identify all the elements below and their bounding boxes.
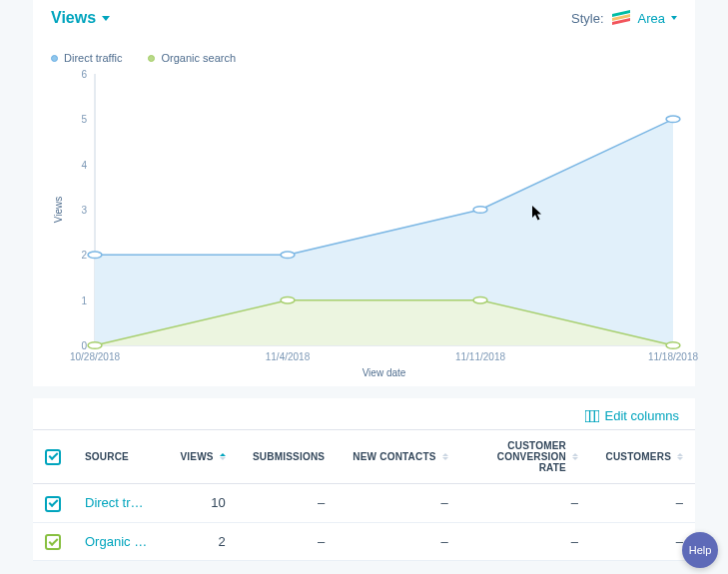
metric-dropdown[interactable]: Views xyxy=(51,9,110,27)
x-axis-tick: 11/4/2018 xyxy=(266,351,311,362)
sources-table: Source Views Submissions New Contacts Cu… xyxy=(33,429,695,561)
cell-ccr: – xyxy=(460,522,590,561)
y-axis-tick: 2 xyxy=(81,250,87,261)
svg-point-8 xyxy=(473,296,487,303)
y-axis-tick: 0 xyxy=(81,340,87,351)
metric-dropdown-label: Views xyxy=(51,9,96,27)
legend-item-direct[interactable]: Direct traffic xyxy=(51,52,122,64)
sort-icon xyxy=(572,453,578,460)
select-all-header[interactable] xyxy=(33,430,73,484)
x-axis-tick: 10/28/2018 xyxy=(70,351,120,362)
chart-style-dropdown[interactable]: Area xyxy=(638,11,677,26)
y-axis-tick: 4 xyxy=(81,159,87,170)
chevron-down-icon xyxy=(102,16,110,21)
svg-point-4 xyxy=(473,207,487,214)
cell-views: 10 xyxy=(166,484,238,523)
columns-icon xyxy=(585,410,599,422)
column-header-views[interactable]: Views xyxy=(166,430,238,484)
cell-views: 2 xyxy=(166,522,238,561)
row-checkbox[interactable] xyxy=(45,534,61,550)
y-axis-tick: 3 xyxy=(81,205,87,216)
legend-marker-icon xyxy=(51,55,58,62)
style-prefix-label: Style: xyxy=(571,11,604,26)
cell-new-contacts: – xyxy=(337,484,459,523)
chart-plot: View date 012345610/28/201811/4/201811/1… xyxy=(95,74,673,345)
legend-marker-icon xyxy=(148,55,155,62)
svg-point-9 xyxy=(666,342,680,349)
y-axis-tick: 6 xyxy=(81,69,87,80)
chart-area: Views View date 012345610/28/201811/4/20… xyxy=(51,74,677,345)
x-axis-tick: 11/18/2018 xyxy=(648,351,698,362)
row-checkbox[interactable] xyxy=(45,496,61,512)
chart-style-value: Area xyxy=(638,11,665,26)
chevron-down-icon xyxy=(671,16,677,20)
svg-point-2 xyxy=(88,252,102,259)
legend-label: Organic search xyxy=(161,52,236,64)
column-header-source[interactable]: Source xyxy=(73,430,166,484)
cell-source[interactable]: Organic … xyxy=(73,522,166,561)
cell-source[interactable]: Direct tr… xyxy=(73,484,166,523)
svg-point-5 xyxy=(666,116,680,123)
edit-columns-label: Edit columns xyxy=(605,408,679,423)
column-header-new-contacts[interactable]: New Contacts xyxy=(337,430,459,484)
legend-item-organic[interactable]: Organic search xyxy=(148,52,236,64)
svg-point-6 xyxy=(88,342,102,349)
cell-new-contacts: – xyxy=(337,522,459,561)
cell-customers: – xyxy=(590,522,695,561)
x-axis-title: View date xyxy=(363,367,406,378)
x-axis-tick: 11/11/2018 xyxy=(455,351,505,362)
y-axis-tick: 5 xyxy=(81,114,87,125)
svg-point-7 xyxy=(281,296,295,303)
legend-label: Direct traffic xyxy=(64,52,122,64)
svg-rect-10 xyxy=(585,410,599,422)
cell-ccr: – xyxy=(460,484,590,523)
sort-icon xyxy=(220,453,226,460)
svg-point-3 xyxy=(281,252,295,259)
cell-submissions: – xyxy=(238,522,338,561)
column-header-submissions[interactable]: Submissions xyxy=(238,430,338,484)
y-axis-title: Views xyxy=(53,197,64,224)
help-button[interactable]: Help xyxy=(682,532,718,568)
table-row[interactable]: Direct tr…10–––– xyxy=(33,484,695,523)
checkbox-icon xyxy=(45,449,61,465)
cell-submissions: – xyxy=(238,484,338,523)
chart-style-picker: Style: Area xyxy=(571,11,677,26)
sort-icon xyxy=(677,453,683,460)
area-chart-icon xyxy=(612,11,630,25)
sort-icon xyxy=(442,453,448,460)
cell-customers: – xyxy=(590,484,695,523)
help-label: Help xyxy=(689,544,712,556)
column-header-customers[interactable]: Customers xyxy=(590,430,695,484)
edit-columns-button[interactable]: Edit columns xyxy=(585,408,679,423)
table-row[interactable]: Organic …2–––– xyxy=(33,522,695,561)
y-axis-tick: 1 xyxy=(81,294,87,305)
column-header-ccr[interactable]: Customer Conversion Rate xyxy=(460,430,590,484)
